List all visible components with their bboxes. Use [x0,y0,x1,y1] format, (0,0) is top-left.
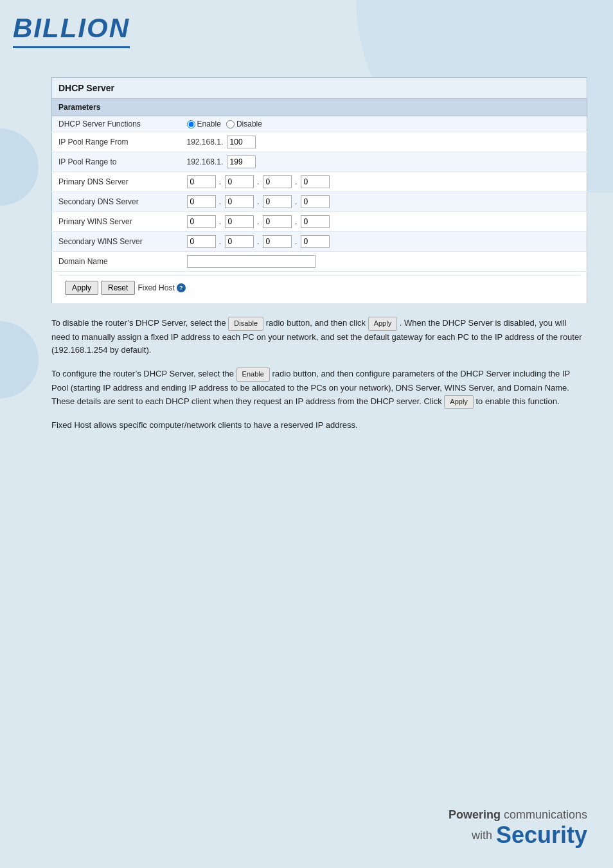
branding-with: with [472,829,492,842]
table-row: IP Pool Range to 192.168.1. [52,152,587,172]
table-row: Primary DNS Server . . . [52,172,587,192]
secondary-wins-2[interactable] [225,235,254,248]
params-header: Parameters [52,99,587,116]
logo: BILLION [13,13,130,48]
deco-arc-left2 [0,321,39,398]
table-row: Domain Name [52,252,587,272]
table-row: Primary WINS Server . . . [52,212,587,232]
secondary-wins-1[interactable] [187,235,216,248]
fixed-host-label: Fixed Host [138,283,174,292]
secondary-dns-4[interactable] [301,195,330,208]
para2-text3: to enable this function. [475,396,559,406]
primary-wins-2[interactable] [225,215,254,228]
domain-name-input[interactable] [187,255,315,268]
branding-security-text: Security [496,822,587,849]
para2-text1: To configure the router’s DHCP Server, s… [51,369,234,378]
fixed-host-link[interactable]: Fixed Host ? [138,283,185,292]
primary-dns-1[interactable] [187,175,216,188]
para1: To disable the router’s DHCP Server, sel… [51,317,587,357]
row-value: 192.168.1. [181,152,587,172]
row-value: . . . [181,212,587,232]
buttons-container: Apply Reset Fixed Host ? [58,275,580,300]
primary-wins-3[interactable] [263,215,292,228]
table-row: IP Pool Range From 192.168.1. [52,132,587,152]
table-row: Secondary WINS Server . . . [52,232,587,252]
primary-wins-1[interactable] [187,215,216,228]
row-value [181,252,587,272]
enable-radio[interactable] [187,120,195,128]
ip-pool-from-input[interactable] [227,136,256,148]
row-value: . . . [181,192,587,212]
apply-badge2: Apply [444,395,474,409]
main-content: DHCP Server Parameters DHCP Server Funct… [51,77,587,444]
branding-powering-line: Powering communications [449,808,587,822]
disable-radio-label[interactable]: Disable [226,120,262,128]
primary-dns-2[interactable] [225,175,254,188]
deco-arc-left [0,128,39,206]
logo-area: BILLION [13,13,130,48]
para1-text2: radio button, and then click [266,318,366,328]
table-title: DHCP Server [52,78,587,99]
buttons-cell: Apply Reset Fixed Host ? [52,272,587,304]
secondary-dns-3[interactable] [263,195,292,208]
primary-dns-3[interactable] [263,175,292,188]
primary-wins-4[interactable] [301,215,330,228]
branding-powering: Powering [449,808,501,821]
ip-prefix: 192.168.1. [187,137,224,146]
primary-dns-4[interactable] [301,175,330,188]
table-row: Secondary DNS Server . . . [52,192,587,212]
row-value: 192.168.1. [181,132,587,152]
para1-text1: To disable the router’s DHCP Server, sel… [51,318,226,328]
branding-communications: communications [504,808,587,821]
fixed-host-icon: ? [177,283,186,292]
row-label: Primary DNS Server [52,172,181,192]
secondary-wins-3[interactable] [263,235,292,248]
description: To disable the router’s DHCP Server, sel… [51,317,587,432]
row-label: DHCP Server Functions [52,116,181,132]
row-label: IP Pool Range to [52,152,181,172]
secondary-dns-1[interactable] [187,195,216,208]
row-label: Secondary WINS Server [52,232,181,252]
reset-button[interactable]: Reset [101,281,135,295]
table-row: DHCP Server Functions Enable Disable [52,116,587,132]
secondary-dns-2[interactable] [225,195,254,208]
apply-badge1: Apply [368,317,398,331]
branding-security-line: with Security [449,822,587,849]
row-label: Primary WINS Server [52,212,181,232]
disable-radio[interactable] [226,120,235,128]
row-value: . . . [181,232,587,252]
row-value: Enable Disable [181,116,587,132]
enable-badge: Enable [236,368,270,382]
apply-button[interactable]: Apply [65,281,98,295]
ip-prefix: 192.168.1. [187,157,224,166]
ip-pool-to-input[interactable] [227,155,256,168]
dhcp-server-table: DHCP Server Parameters DHCP Server Funct… [51,77,587,304]
radio-group: Enable Disable [187,120,581,128]
para2: To configure the router’s DHCP Server, s… [51,368,587,409]
disable-badge: Disable [228,317,263,331]
secondary-wins-4[interactable] [301,235,330,248]
branding: Powering communications with Security [449,808,587,849]
enable-radio-label[interactable]: Enable [187,120,221,128]
row-label: Domain Name [52,252,181,272]
row-label: IP Pool Range From [52,132,181,152]
para3: Fixed Host allows specific computer/netw… [51,419,587,432]
buttons-row: Apply Reset Fixed Host ? [52,272,587,304]
row-value: . . . [181,172,587,192]
row-label: Secondary DNS Server [52,192,181,212]
